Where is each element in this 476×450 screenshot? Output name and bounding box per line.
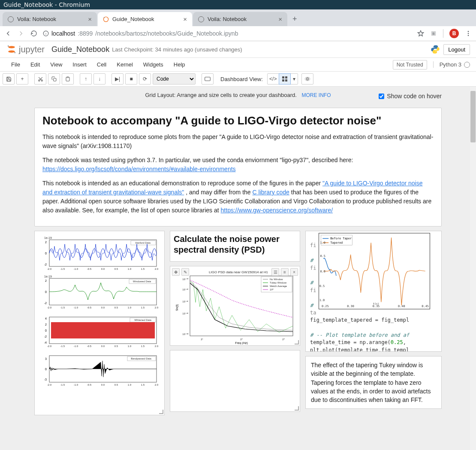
menu-kernel[interactable]: Kernel [111,60,138,69]
svg-text:Before Taper: Before Taper [330,237,352,240]
dashboard-code-view-button[interactable]: </> [267,73,279,85]
cell-toolbar: ✥ ✎ ☰ ≡ × [172,268,298,276]
list-icon[interactable]: ≡ [281,268,289,276]
grid-icon[interactable]: ☰ [271,268,279,276]
menu-help[interactable]: Help [169,60,190,69]
restart-button[interactable]: ⟳ [139,73,151,85]
dashboard-preview-button[interactable] [301,73,313,85]
taper-text: The effect of the tapering Tukey window … [311,362,431,403]
logout-button[interactable]: Logout [443,44,470,55]
svg-rect-57 [51,322,155,338]
svg-text:-4: -4 [44,341,47,344]
svg-text:1.5: 1.5 [141,345,145,347]
svg-text:-3: -3 [44,378,47,381]
add-cell-button[interactable]: + [16,73,28,85]
menu-view[interactable]: View [45,60,67,69]
svg-text:0.45: 0.45 [422,305,429,308]
jupyter-logo[interactable]: jupyter [6,44,45,55]
svg-text:0: 0 [45,252,47,255]
move-up-button[interactable]: ↑ [80,73,92,85]
stop-button[interactable]: ■ [125,73,137,85]
close-icon[interactable]: × [290,268,298,276]
dashboard-grid-view-button[interactable] [279,73,291,85]
software-link[interactable]: https://www.gw-openscience.org/software/ [221,207,333,214]
show-code-hover[interactable]: Show code on hover [379,93,442,100]
close-icon[interactable]: × [278,15,282,23]
svg-text:-0.5: -0.5 [87,384,92,386]
conda-link[interactable]: https://docs.ligo.org/lscsoft/conda/envi… [42,166,236,172]
cut-button[interactable] [34,73,46,85]
dashboard-dropdown-button[interactable]: ▾ [290,73,298,85]
svg-point-10 [8,45,9,47]
edit-icon[interactable]: ✎ [181,268,189,276]
jupyter-icon [6,44,17,55]
menu-edit[interactable]: Edit [25,60,45,69]
svg-text:Sn(t): Sn(t) [175,304,179,311]
svg-text:10⁻⁴³: 10⁻⁴³ [182,312,188,315]
show-code-checkbox[interactable] [379,94,384,99]
empty-cell[interactable] [170,350,300,412]
c-library-link[interactable]: C library code [253,189,289,196]
svg-text:1/f²: 1/f² [270,288,274,291]
resize-handle[interactable] [295,340,299,344]
avatar[interactable]: B [449,29,459,38]
tab-voila-2[interactable]: Voila: Notebook × [193,12,287,26]
extension-icon[interactable]: B [430,30,437,37]
tab-voila-1[interactable]: Voila: Notebook × [3,12,97,26]
resize-handle[interactable] [159,410,163,414]
close-icon[interactable]: × [183,15,187,23]
psd-plot: LIGO PSD data near GW150914 at H1 No Win… [172,268,299,344]
svg-text:10⁻⁴⁰: 10⁻⁴⁰ [182,288,189,291]
markdown-cell-intro[interactable]: Notebook to accompany "A guide to LIGO-V… [34,108,442,227]
url-host: localhost [51,30,75,37]
move-down-button[interactable]: ↓ [93,73,105,85]
svg-text:10⁻³⁸: 10⁻³⁸ [182,278,189,281]
menu-insert[interactable]: Insert [67,60,92,69]
scrollbar[interactable] [470,87,476,450]
svg-text:0.30: 0.30 [347,305,354,308]
plot-cell-psd[interactable]: ✥ ✎ ☰ ≡ × LIGO PSD data near GW150914 at… [170,266,300,346]
url-input[interactable]: localhost:8899/notebooks/bartosz/noteboo… [43,30,412,37]
menu-cell[interactable]: Cell [92,60,111,69]
code-cell-taper[interactable]: fi # fi # fi # ta fig_template_tapered =… [305,231,442,352]
plot-cell-strain-panels[interactable]: 1e-19 Hanford Data 20-2 -2.0-1.5-1.0-0.5… [34,231,165,415]
trust-indicator[interactable]: Not Trusted [393,60,427,69]
paste-button[interactable] [62,73,74,85]
run-button[interactable]: ▶| [111,73,124,85]
close-icon[interactable]: × [88,15,92,23]
back-button[interactable] [4,30,12,37]
copy-button[interactable] [48,73,60,85]
resize-handle[interactable] [295,406,299,411]
kernel-indicator[interactable]: Python 3 [433,61,470,68]
markdown-cell-taper-text[interactable]: The effect of the tapering Tukey window … [305,356,442,409]
svg-rect-15 [67,77,69,78]
markdown-cell-psd-heading[interactable]: Calculate the noise power spectral densi… [170,231,300,262]
svg-text:2¹: 2¹ [201,338,203,341]
save-button[interactable] [3,73,15,85]
svg-rect-16 [205,77,211,81]
svg-point-1 [104,17,105,18]
globe-icon [198,16,204,22]
notebook-title[interactable]: Guide_Notebook [51,45,109,54]
tab-guide-notebook[interactable]: Guide_Notebook × [98,12,192,26]
divider [443,29,443,38]
svg-text:Freq (Hz): Freq (Hz) [235,341,248,344]
star-icon[interactable] [417,30,424,37]
forward-button[interactable] [17,30,25,37]
celltype-select[interactable]: Code [153,73,196,85]
move-icon[interactable]: ✥ [172,268,180,276]
menu-widgets[interactable]: Widgets [138,60,169,69]
new-tab-button[interactable]: + [288,12,301,26]
svg-text:0.5: 0.5 [320,254,325,258]
reload-button[interactable] [30,30,38,37]
menu-icon[interactable] [465,30,472,37]
svg-text:0.35: 0.35 [373,305,380,308]
svg-text:B: B [433,32,435,35]
command-palette-button[interactable] [202,73,214,85]
menu-file[interactable]: File [6,60,25,69]
more-info-link[interactable]: MORE INFO [302,92,331,98]
svg-text:-1.0: -1.0 [74,268,78,270]
svg-text:Hanford Data: Hanford Data [135,242,151,244]
url-path: /notebooks/bartosz/notebooks/Guide_Noteb… [95,30,238,37]
svg-text:2.0: 2.0 [155,268,159,270]
